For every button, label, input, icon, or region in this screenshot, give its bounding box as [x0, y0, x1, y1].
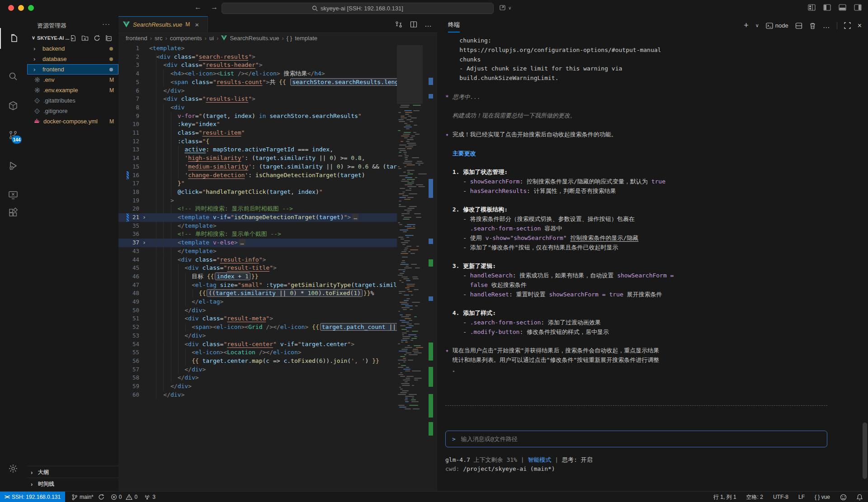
breadcrumb[interactable]: frontend› src› components› ui› SearchRes… [118, 33, 437, 43]
sidebar-item-search[interactable] [0, 66, 26, 87]
chat-input[interactable]: > 输入消息或@文件路径 [445, 431, 827, 447]
sidebar-right-icon[interactable] [854, 4, 862, 11]
terminal-profile[interactable]: node [766, 22, 788, 29]
code-line[interactable]: 18 @click="handleTargetClick(target, ind… [118, 188, 397, 197]
tree-item-docker-compose-yml[interactable]: docker-compose.ymlM [27, 116, 118, 127]
chevron-down-icon[interactable]: ∨ [755, 23, 759, 28]
code-line[interactable]: 52 <span><el-icon><Grid /></el-icon> {{t… [118, 323, 397, 332]
sidebar-item-docker[interactable] [0, 95, 26, 116]
timeline-section[interactable]: › 时间线 [27, 478, 118, 490]
settings-gear[interactable] [0, 458, 26, 479]
fold-chevron-icon[interactable]: › [139, 239, 149, 247]
tab-terminal[interactable]: 终端 [448, 21, 460, 33]
back-icon[interactable]: ← [194, 3, 202, 11]
code-line[interactable]: 58 </div> [118, 374, 397, 382]
refresh-icon[interactable] [94, 35, 100, 42]
scrollbar[interactable] [863, 422, 867, 479]
new-window-icon[interactable]: ∨ [499, 4, 511, 11]
code-line[interactable]: 9 v-for="(target, index) in searchStore.… [118, 112, 397, 121]
code-line[interactable]: 15 'medium-similarity': (target.similari… [118, 163, 397, 171]
code-line[interactable]: 45 <div class="result-title"> [118, 264, 397, 272]
sidebar-item-extensions[interactable] [0, 202, 26, 223]
more-icon[interactable]: … [823, 22, 830, 30]
code-line[interactable]: 55 <el-icon><Location /></el-icon> [118, 348, 397, 357]
code-line[interactable]: 47 <el-tag size="small" :type="getSimila… [118, 281, 397, 290]
eol[interactable]: LF [798, 494, 805, 500]
code-line[interactable]: 6 </div> [118, 87, 397, 95]
code-line[interactable]: 16 'change-detection': isChangeDetection… [118, 171, 397, 180]
code-line[interactable]: 3 <div class="results-header"> [118, 61, 397, 70]
fold-chevron-icon[interactable]: › [139, 213, 149, 222]
minimap[interactable] [397, 43, 423, 427]
feedback-icon[interactable] [840, 494, 847, 501]
code-line[interactable]: 59 </div> [118, 382, 397, 391]
code-line[interactable]: 50 </div> [118, 306, 397, 315]
forward-icon[interactable]: → [211, 3, 218, 11]
problems-indicator[interactable]: 0 0 [111, 494, 137, 500]
branch-indicator[interactable]: main* [71, 494, 104, 501]
bell-icon[interactable] [857, 494, 863, 501]
workspace-section-header[interactable]: ∨ SKYEYE-AI ... [32, 35, 70, 41]
sidebar-left-icon[interactable] [823, 4, 831, 11]
code-line[interactable]: 2 <div class="search-results"> [118, 53, 397, 61]
code-line[interactable]: 13 active: mapStore.activeTargetId === i… [118, 145, 397, 154]
code-line[interactable]: 46 目标 {{index + 1}} [118, 272, 397, 281]
maximize-icon[interactable] [844, 22, 851, 29]
code-line[interactable]: 57 </div> [118, 366, 397, 374]
split-panel-icon[interactable] [795, 22, 802, 29]
language-mode[interactable]: { } vue [815, 494, 830, 500]
panel-bottom-icon[interactable] [839, 4, 846, 11]
tree-item-frontend[interactable]: ›frontend [27, 64, 118, 75]
code-line[interactable]: 14 'high-similarity': (target.similarity… [118, 154, 397, 163]
outline-section[interactable]: › 大纲 [27, 466, 118, 478]
code-line[interactable]: 37› <template v-else>… [118, 239, 397, 247]
sidebar-item-run-debug[interactable] [0, 155, 26, 176]
collapse-all-icon[interactable] [105, 35, 112, 42]
split-editor-icon[interactable] [410, 21, 417, 28]
tree-item--gitattributes[interactable]: .gitattributes [27, 95, 118, 106]
new-file-icon[interactable] [70, 35, 76, 42]
more-icon[interactable]: … [425, 20, 432, 28]
sidebar-item-explorer[interactable] [0, 28, 27, 49]
code-line[interactable]: 35 </template> [118, 222, 397, 230]
tree-item--env-example[interactable]: .env.exampleM [27, 85, 118, 95]
code-line[interactable]: 56 {{ target.center.map(c => c.toFixed(6… [118, 357, 397, 366]
tree-item--gitignore[interactable]: .gitignore [27, 106, 118, 116]
code-line[interactable]: 53 </div> [118, 332, 397, 340]
close-icon[interactable]: × [195, 21, 199, 28]
code-line[interactable]: 11 class="result-item" [118, 129, 397, 137]
code-area[interactable]: 1<template>2 <div class="search-results"… [118, 44, 437, 489]
new-folder-icon[interactable] [81, 35, 89, 42]
encoding[interactable]: UTF-8 [773, 494, 788, 500]
minimize-icon[interactable] [18, 5, 24, 11]
ports-indicator[interactable]: 3 [144, 494, 156, 500]
command-center[interactable]: skyeye-ai [SSH: 192.168.0.131] [222, 3, 494, 14]
close-icon[interactable] [8, 5, 14, 11]
code-line[interactable]: 1<template> [118, 44, 397, 53]
tab-searchresults-vue[interactable]: SearchResults.vue M × [118, 16, 208, 32]
code-line[interactable]: 17 }" [118, 179, 397, 188]
code-line[interactable]: 4 <h4><el-icon><List /></el-icon> 搜索结果</… [118, 70, 397, 78]
code-line[interactable]: 8 <div [118, 103, 397, 112]
zoom-icon[interactable] [28, 5, 34, 11]
close-icon[interactable]: × [858, 22, 862, 30]
more-icon[interactable]: ··· [102, 20, 110, 28]
tree-item-backend[interactable]: ›backend [27, 43, 118, 54]
code-line[interactable]: 36 <!-- 单时相搜索: 显示单个截图 --> [118, 230, 397, 239]
code-line[interactable]: 60 </div> [118, 391, 397, 399]
code-line[interactable]: 10 :key="index" [118, 120, 397, 129]
code-line[interactable]: 21› <template v-if="isChangeDetectionTar… [118, 213, 397, 222]
code-line[interactable]: 49 </el-tag> [118, 298, 397, 306]
git-compare-icon[interactable] [395, 20, 403, 28]
remote-indicator[interactable]: >< SSH: 192.168.0.131 [0, 492, 65, 502]
code-line[interactable]: 54 <div class="result-center" v-if="targ… [118, 340, 397, 349]
code-line[interactable]: 5 <span class="results-count">共 {{ searc… [118, 78, 397, 87]
code-line[interactable]: 43 </template> [118, 247, 397, 256]
minimap-slider[interactable] [397, 45, 423, 104]
code-line[interactable]: 51 <div class="result-meta"> [118, 314, 397, 323]
sidebar-item-source-control[interactable]: 144 [0, 125, 26, 145]
tree-item--env[interactable]: .envM [27, 75, 118, 85]
code-line[interactable]: 19 > [118, 197, 397, 205]
tree-item-database[interactable]: ›database [27, 54, 118, 64]
indentation[interactable]: 空格: 2 [746, 493, 763, 501]
